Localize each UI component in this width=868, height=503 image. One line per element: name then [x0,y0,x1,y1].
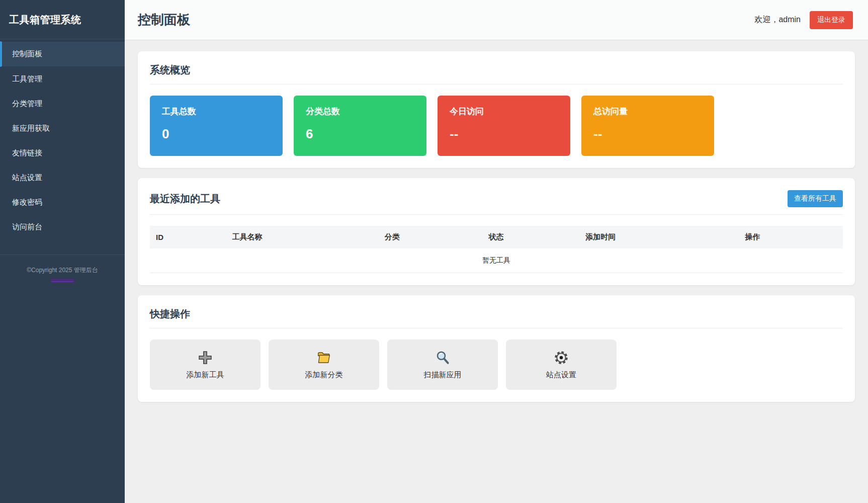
stat-card-total-tools: 工具总数 0 [150,96,283,156]
recent-tools-title: 最近添加的工具 [150,192,220,206]
column-header-actions: 操作 [739,226,843,248]
stat-card-total-categories: 分类总数 6 [294,96,426,156]
stat-label: 今日访问 [450,106,558,117]
sidebar-footer: ©Copyright 2025 管理后台 [0,255,125,282]
sidebar-item-visit-frontend[interactable]: 访问前台 [0,215,125,239]
quick-actions-row: 添加新工具 添加新分类 扫描新应用 [150,340,843,390]
add-tool-action[interactable]: 添加新工具 [150,340,261,390]
gear-icon [554,350,569,365]
stat-card-today-visits: 今日访问 -- [438,96,570,156]
search-icon [435,350,450,365]
action-label: 添加新分类 [305,370,343,380]
column-header-time: 添加时间 [579,226,739,248]
sidebar-menu: 控制面板 工具管理 分类管理 新应用获取 友情链接 站点设置 修改密码 访问前台 [0,41,125,239]
page-title: 控制面板 [138,11,190,29]
recent-tools-card: 最近添加的工具 查看所有工具 ID 工具名称 分类 状态 添加时间 操作 [138,178,855,285]
stat-card-total-visits: 总访问量 -- [581,96,714,156]
site-settings-action[interactable]: 站点设置 [506,340,617,390]
sidebar-item-change-password[interactable]: 修改密码 [0,190,125,215]
tools-table: ID 工具名称 分类 状态 添加时间 操作 暂无工具 [150,226,843,273]
stat-label: 工具总数 [162,106,271,117]
copyright-text: ©Copyright 2025 管理后台 [5,266,120,275]
topbar: 控制面板 欢迎，admin 退出登录 [125,0,868,40]
sidebar-item-dashboard[interactable]: 控制面板 [0,41,125,67]
overview-title: 系统概览 [150,63,190,77]
sidebar-item-categories[interactable]: 分类管理 [0,92,125,116]
content-column: 控制面板 欢迎，admin 退出登录 系统概览 工具总数 0 分类总数 6 [125,0,868,503]
sidebar-item-site-settings[interactable]: 站点设置 [0,165,125,190]
column-header-name: 工具名称 [226,226,379,248]
action-label: 扫描新应用 [424,370,462,380]
stat-value: 0 [162,126,271,142]
add-category-action[interactable]: 添加新分类 [269,340,379,390]
footer-link[interactable] [51,279,74,282]
sidebar-item-friend-links[interactable]: 友情链接 [0,141,125,165]
column-header-status: 状态 [482,226,579,248]
stat-label: 总访问量 [593,106,702,117]
welcome-text: 欢迎，admin [754,15,801,25]
quick-actions-title: 快捷操作 [150,307,190,321]
stat-value: 6 [306,126,414,142]
quick-actions-card-head: 快捷操作 [150,307,843,328]
scan-apps-action[interactable]: 扫描新应用 [387,340,498,390]
recent-tools-card-head: 最近添加的工具 查看所有工具 [150,190,843,215]
stat-value: -- [593,126,702,142]
logout-button[interactable]: 退出登录 [810,11,853,29]
sidebar-item-new-apps[interactable]: 新应用获取 [0,116,125,141]
overview-card-head: 系统概览 [150,63,843,85]
stats-row: 工具总数 0 分类总数 6 今日访问 -- 总访问量 -- [150,96,843,156]
action-label: 站点设置 [546,370,576,380]
main-content: 系统概览 工具总数 0 分类总数 6 今日访问 -- 总访问量 -- [125,40,868,503]
topbar-right: 欢迎，admin 退出登录 [754,11,853,29]
empty-state-text: 暂无工具 [150,248,843,273]
action-label: 添加新工具 [187,370,224,380]
overview-card: 系统概览 工具总数 0 分类总数 6 今日访问 -- 总访问量 -- [138,51,855,168]
empty-state-row: 暂无工具 [150,248,843,273]
column-header-id: ID [150,226,226,248]
stat-value: -- [450,126,558,142]
plus-icon [198,350,213,365]
tools-table-header-row: ID 工具名称 分类 状态 添加时间 操作 [150,226,843,248]
column-header-category: 分类 [379,226,483,248]
sidebar-item-tools[interactable]: 工具管理 [0,67,125,92]
quick-actions-card: 快捷操作 添加新工具 添加新分类 [138,295,855,402]
folder-icon [316,350,331,365]
stat-label: 分类总数 [306,106,414,117]
sidebar: 工具箱管理系统 控制面板 工具管理 分类管理 新应用获取 友情链接 站点设置 修… [0,0,125,503]
app-title: 工具箱管理系统 [0,0,125,39]
view-all-tools-button[interactable]: 查看所有工具 [788,190,843,207]
